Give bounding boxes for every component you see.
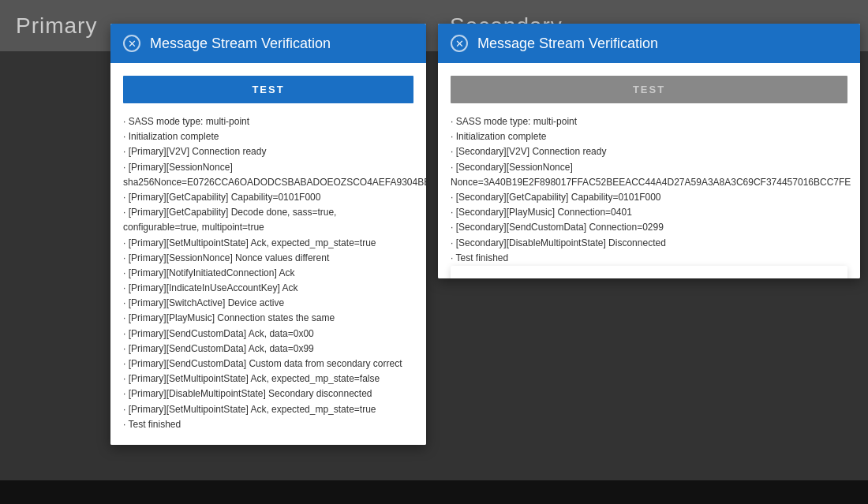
primary-dialog-title: Message Stream Verification	[150, 35, 331, 52]
secondary-dialog-title: Message Stream Verification	[477, 35, 658, 52]
log-line: · [Primary][GetCapability] Decode done, …	[123, 205, 413, 235]
primary-dialog-body: TEST · SASS mode type: multi-point· Init…	[110, 63, 426, 445]
log-line: · Test finished	[451, 251, 847, 266]
primary-label: Primary	[16, 13, 97, 39]
secondary-log-area: · SASS mode type: multi-point· Initializ…	[451, 114, 847, 266]
log-line: · Test finished	[123, 417, 413, 432]
log-line: · [Primary][SessionNonce] Nonce values d…	[123, 251, 413, 266]
secondary-dialog: ✕ Message Stream Verification TEST · SAS…	[438, 24, 860, 278]
log-line: · [Primary][SendCustomData] Ack, data=0x…	[123, 342, 413, 357]
log-line: · [Primary][DisableMultipointState] Seco…	[123, 386, 413, 401]
secondary-panel: Secondary ✕ Message Stream Verification …	[434, 0, 868, 504]
log-line: · SASS mode type: multi-point	[451, 114, 847, 129]
log-line: · [Primary][SwitchActive] Device active	[123, 296, 413, 311]
log-line: · [Primary][PlayMusic] Connection states…	[123, 311, 413, 326]
log-line: · [Primary][SendCustomData] Ack, data=0x…	[123, 327, 413, 342]
log-line: · [Secondary][V2V] Connection ready	[451, 144, 847, 159]
log-line: · [Secondary][SessionNonce] Nonce=3A40B1…	[451, 160, 847, 190]
log-line: · Initialization complete	[451, 129, 847, 144]
log-line: · [Primary][GetCapability] Capability=01…	[123, 190, 413, 205]
secondary-result-dialog: Test done. Result=SUCCESS OK	[451, 266, 847, 278]
log-line: · Initialization complete	[123, 129, 413, 144]
primary-panel: Primary ✕ Message Stream Verification TE…	[0, 0, 434, 504]
log-line: · [Secondary][GetCapability] Capability=…	[451, 190, 847, 205]
primary-dialog: ✕ Message Stream Verification TEST · SAS…	[110, 24, 426, 445]
primary-close-button[interactable]: ✕	[123, 35, 140, 52]
log-line: · [Secondary][SendCustomData] Connection…	[451, 220, 847, 235]
log-line: · [Primary][SendCustomData] Custom data …	[123, 357, 413, 371]
secondary-dialog-body: TEST · SASS mode type: multi-point· Init…	[438, 63, 860, 278]
secondary-bottom-bar	[434, 480, 868, 504]
primary-dialog-titlebar: ✕ Message Stream Verification	[110, 24, 426, 63]
primary-test-button[interactable]: TEST	[123, 76, 413, 103]
log-line: · [Secondary][DisableMultipointState] Di…	[451, 236, 847, 251]
log-line: · SASS mode type: multi-point	[123, 114, 413, 129]
log-line: · [Primary][IndicateInUseAccountKey] Ack	[123, 281, 413, 296]
log-line: · [Primary][NotifyInitiatedConnection] A…	[123, 266, 413, 281]
secondary-test-button: TEST	[451, 76, 847, 103]
log-line: · [Primary][SetMultipointState] Ack, exp…	[123, 402, 413, 417]
log-line: · [Primary][SetMultipointState] Ack, exp…	[123, 236, 413, 251]
primary-log-area: · SASS mode type: multi-point· Initializ…	[123, 114, 413, 432]
primary-bottom-bar	[0, 480, 434, 504]
log-line: · [Primary][SetMultipointState] Ack, exp…	[123, 371, 413, 386]
log-line: · [Secondary][PlayMusic] Connection=0401	[451, 205, 847, 220]
log-line: · [Primary][V2V] Connection ready	[123, 144, 413, 159]
secondary-dialog-titlebar: ✕ Message Stream Verification	[438, 24, 860, 63]
log-line: · [Primary][SessionNonce] sha256Nonce=E0…	[123, 160, 413, 190]
secondary-close-button[interactable]: ✕	[451, 35, 468, 52]
